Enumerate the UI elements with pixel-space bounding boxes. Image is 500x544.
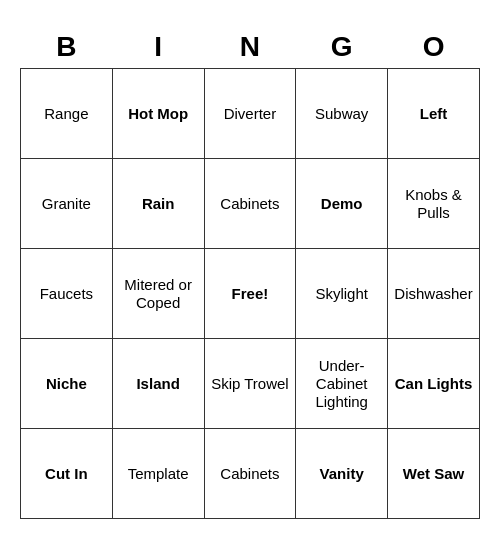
bingo-cell-r1-c1: Rain [112,159,204,249]
bingo-cell-r3-c0: Niche [21,339,113,429]
bingo-cell-r0-c4: Left [388,69,480,159]
bingo-cell-r4-c2: Cabinets [204,429,296,519]
bingo-cell-r2-c1: Mitered or Coped [112,249,204,339]
bingo-cell-r3-c3: Under-Cabinet Lighting [296,339,388,429]
bingo-cell-r1-c4: Knobs & Pulls [388,159,480,249]
bingo-cell-r1-c2: Cabinets [204,159,296,249]
bingo-header-letter: B [21,25,113,69]
bingo-header-letter: N [204,25,296,69]
bingo-cell-r0-c0: Range [21,69,113,159]
bingo-cell-r0-c1: Hot Mop [112,69,204,159]
bingo-cell-r3-c2: Skip Trowel [204,339,296,429]
bingo-cell-r3-c4: Can Lights [388,339,480,429]
bingo-header-letter: G [296,25,388,69]
bingo-header-letter: O [388,25,480,69]
bingo-cell-r2-c0: Faucets [21,249,113,339]
bingo-header-letter: I [112,25,204,69]
bingo-cell-r1-c3: Demo [296,159,388,249]
bingo-cell-r4-c4: Wet Saw [388,429,480,519]
bingo-cell-r0-c2: Diverter [204,69,296,159]
bingo-cell-r4-c1: Template [112,429,204,519]
bingo-cell-r2-c2: Free! [204,249,296,339]
bingo-card: BINGO RangeHot MopDiverterSubwayLeftGran… [20,25,480,520]
bingo-cell-r3-c1: Island [112,339,204,429]
bingo-cell-r1-c0: Granite [21,159,113,249]
bingo-cell-r2-c3: Skylight [296,249,388,339]
bingo-cell-r2-c4: Dishwasher [388,249,480,339]
bingo-cell-r0-c3: Subway [296,69,388,159]
bingo-cell-r4-c0: Cut In [21,429,113,519]
bingo-cell-r4-c3: Vanity [296,429,388,519]
